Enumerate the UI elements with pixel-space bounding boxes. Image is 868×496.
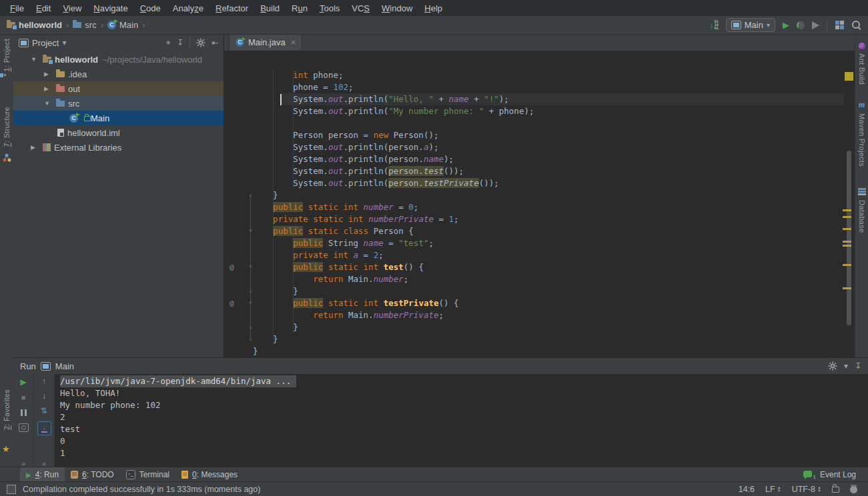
tab-main-java[interactable]: Main.java × bbox=[229, 35, 302, 50]
code-line-1[interactable]: int phone; bbox=[253, 69, 343, 81]
menu-edit[interactable]: Edit bbox=[30, 1, 57, 15]
code-line-11[interactable]: } bbox=[253, 189, 278, 201]
fold-marker-icon[interactable]: ▵ bbox=[246, 322, 255, 331]
rerun-button[interactable]: ▶ bbox=[20, 377, 26, 387]
code-line-20[interactable]: public static int testPrivate() { bbox=[253, 297, 459, 309]
code-line-13[interactable]: private static int numberPrivate = 1; bbox=[253, 213, 459, 225]
code-line-16[interactable]: private int a = 2; bbox=[253, 249, 384, 261]
code-line-24[interactable]: } bbox=[253, 345, 258, 357]
tree-expand-arrow[interactable]: ▼ bbox=[31, 56, 43, 63]
tool-button-favorites[interactable]: 2: Favorites bbox=[3, 389, 11, 430]
error-stripe-mark[interactable] bbox=[843, 228, 851, 230]
code-editor[interactable]: int phone; phone = 102; System.out.print… bbox=[224, 51, 855, 357]
tree-node-helloworld-iml[interactable]: helloworld.iml bbox=[13, 125, 224, 140]
code-line-22[interactable]: } bbox=[253, 321, 298, 333]
gear-icon[interactable] bbox=[828, 361, 837, 371]
debug-button[interactable] bbox=[797, 21, 805, 29]
console-output[interactable]: /usr/lib/jvm/java-7-openjdk-amd64/bin/ja… bbox=[55, 374, 868, 467]
menu-run[interactable]: Run bbox=[286, 1, 314, 15]
code-line-9[interactable]: System.out.println(person.test()); bbox=[253, 165, 464, 177]
breadcrumb-helloworld[interactable]: helloworld bbox=[7, 20, 62, 30]
fold-marker-icon[interactable]: ▵ bbox=[246, 334, 255, 343]
caret-position-widget[interactable]: 14:6 bbox=[739, 485, 755, 494]
fold-marker-icon[interactable]: ▿ bbox=[246, 226, 255, 235]
coverage-button[interactable] bbox=[812, 21, 819, 29]
code-line-6[interactable]: Person person = new Person(); bbox=[253, 129, 438, 141]
inspection-indicator[interactable] bbox=[845, 72, 853, 81]
stop-button[interactable]: ■ bbox=[21, 393, 26, 402]
error-stripe-mark[interactable] bbox=[843, 245, 851, 247]
collapse-all-button[interactable]: ↧ bbox=[177, 38, 183, 47]
fold-marker-icon[interactable]: ▿ bbox=[246, 298, 255, 307]
tree-node-src[interactable]: ▼src bbox=[13, 96, 224, 111]
bytecode-fetch-icon[interactable]: ↓ 01 10 01 bbox=[709, 20, 719, 30]
readonly-lock-icon[interactable] bbox=[832, 487, 839, 493]
fold-marker-icon[interactable]: ▿ bbox=[246, 262, 255, 271]
thread-dump-button[interactable] bbox=[19, 423, 29, 432]
ant-build-icon[interactable] bbox=[859, 43, 865, 49]
breadcrumb-main[interactable]: Main bbox=[107, 20, 138, 30]
fold-marker-icon[interactable]: ▵ bbox=[246, 286, 255, 295]
run-button[interactable]: ▶ bbox=[783, 20, 789, 30]
hector-inspector-icon[interactable] bbox=[850, 486, 857, 493]
code-line-7[interactable]: System.out.println(person.a); bbox=[253, 141, 438, 153]
scroll-to-end-button[interactable]: ↓ bbox=[37, 421, 51, 435]
menu-help[interactable]: Help bbox=[418, 1, 448, 15]
code-line-3[interactable]: System.out.println("Hello, " + name + "!… bbox=[253, 93, 509, 105]
code-line-17[interactable]: public static int test() { bbox=[253, 261, 424, 273]
tree-node-helloworld[interactable]: ▼helloworld~/projects/Java/helloworld bbox=[13, 52, 224, 67]
tool-button-database[interactable]: Database bbox=[858, 200, 866, 233]
code-line-14[interactable]: public static class Person { bbox=[253, 225, 414, 237]
error-stripe-mark[interactable] bbox=[843, 209, 851, 211]
menu-build[interactable]: Build bbox=[254, 1, 286, 15]
menu-window[interactable]: Window bbox=[376, 1, 418, 15]
database-icon[interactable] bbox=[858, 188, 866, 195]
maven-icon[interactable]: m bbox=[859, 100, 865, 110]
menu-refactor[interactable]: Refactor bbox=[209, 1, 254, 15]
error-stripe-mark[interactable] bbox=[843, 241, 851, 243]
tree-expand-arrow[interactable]: ▼ bbox=[44, 100, 56, 107]
tree-expand-arrow[interactable]: ▶ bbox=[31, 144, 43, 151]
tree-node-out[interactable]: ▶out bbox=[13, 81, 224, 96]
run-configuration-select[interactable]: Main ▾ bbox=[726, 18, 775, 32]
code-line-15[interactable]: public String name = "test"; bbox=[253, 237, 434, 249]
hide-panel-button[interactable]: ⇤ bbox=[211, 38, 218, 47]
fold-marker-icon[interactable]: ▵ bbox=[246, 190, 255, 199]
tree-node--idea[interactable]: ▶.idea bbox=[13, 67, 224, 81]
code-line-2[interactable]: phone = 102; bbox=[253, 81, 354, 93]
tree-expand-arrow[interactable]: ▶ bbox=[44, 85, 56, 92]
tool-button-maven-projects[interactable]: Maven Projects bbox=[858, 113, 866, 167]
project-structure-button[interactable] bbox=[835, 21, 844, 29]
code-line-23[interactable]: } bbox=[253, 333, 278, 345]
gutter-annotation-icon[interactable]: @ bbox=[230, 299, 239, 308]
editor-scrollbar[interactable] bbox=[847, 151, 851, 325]
tool-button-project[interactable]: 1: Project bbox=[3, 39, 11, 71]
structure-tool-icon[interactable] bbox=[3, 153, 11, 162]
locate-button[interactable]: ⌖ bbox=[166, 38, 171, 47]
code-line-21[interactable]: return Main.numberPrivate; bbox=[253, 309, 444, 321]
tool-button-messages[interactable]: 0: Messages bbox=[175, 467, 244, 482]
menu-tools[interactable]: Tools bbox=[314, 1, 346, 15]
line-separator-widget[interactable]: LF ▲▼ bbox=[765, 485, 781, 494]
tool-button-structure[interactable]: 7: Structure bbox=[3, 107, 11, 147]
tool-button-run[interactable]: ▶ 4: Run bbox=[20, 467, 65, 482]
menu-code[interactable]: Code bbox=[134, 1, 167, 15]
code-line-10[interactable]: System.out.println(person.testPrivate())… bbox=[253, 177, 499, 189]
error-stripe-mark[interactable] bbox=[843, 216, 851, 218]
chevron-down-icon[interactable]: ▾ bbox=[62, 38, 66, 47]
menu-navigate[interactable]: Navigate bbox=[87, 1, 133, 15]
error-stripe-mark[interactable] bbox=[843, 264, 851, 266]
code-line-18[interactable]: return Main.number; bbox=[253, 273, 408, 285]
down-stack-trace-button[interactable]: ↓ bbox=[42, 392, 46, 401]
tool-window-switcher-icon[interactable] bbox=[7, 485, 16, 494]
code-line-8[interactable]: System.out.println(person.name); bbox=[253, 153, 454, 165]
breadcrumb-src[interactable]: src bbox=[73, 20, 96, 30]
pause-button[interactable] bbox=[21, 409, 23, 416]
menu-file[interactable]: File bbox=[4, 1, 30, 15]
tree-node-main[interactable]: Main bbox=[13, 111, 224, 125]
tool-button-ant-build[interactable]: Ant Build bbox=[858, 53, 866, 85]
soft-wrap-button[interactable]: ⇅ bbox=[41, 407, 47, 415]
tree-expand-arrow[interactable]: ▶ bbox=[44, 71, 56, 77]
search-everywhere-button[interactable] bbox=[851, 20, 861, 30]
code-line-4[interactable]: System.out.println("My number phone: " +… bbox=[253, 105, 534, 117]
